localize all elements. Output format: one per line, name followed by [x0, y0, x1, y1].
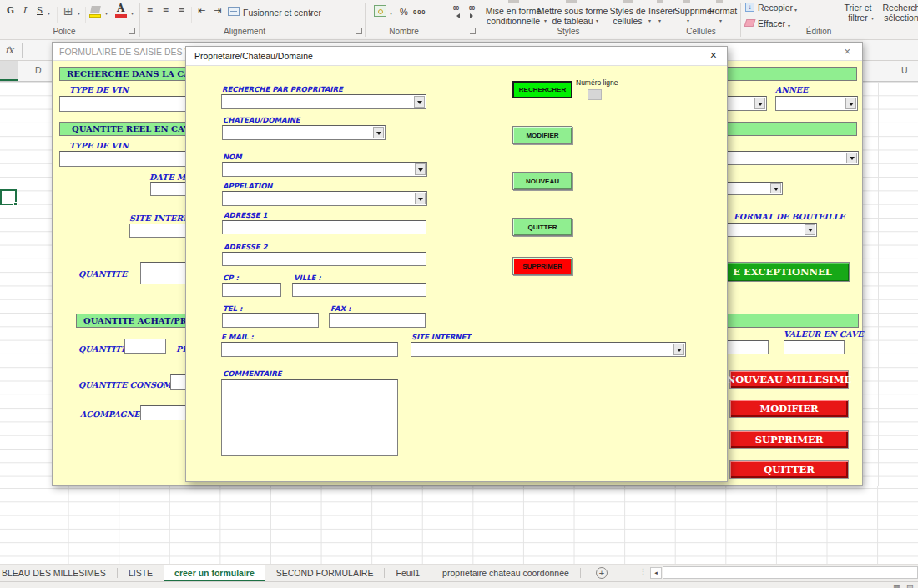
- alignement-dialog-launcher[interactable]: [356, 28, 362, 34]
- italic-button[interactable]: I: [23, 5, 26, 15]
- dialog-close-icon[interactable]: ×: [710, 50, 717, 61]
- column-d-header[interactable]: D: [35, 65, 42, 75]
- horizontal-scrollbar[interactable]: [663, 566, 918, 579]
- dialog-supprimer-button[interactable]: SUPPRIMER: [512, 257, 572, 275]
- dialog-quitter-button[interactable]: QUITTER: [512, 218, 572, 236]
- fill-color-bar[interactable]: [89, 14, 101, 18]
- dropdown-arrow-icon[interactable]: [754, 98, 765, 109]
- conditional-formatting-button[interactable]: Mise en forme conditionnelle: [486, 6, 542, 26]
- sheet-tab-millesimes[interactable]: BLEAU DES MILLESIMES: [0, 565, 117, 581]
- clear-button[interactable]: Effacer: [758, 18, 785, 28]
- fill-handle[interactable]: [13, 202, 18, 206]
- millesime-exceptionnel-button[interactable]: E EXCEPTIONNEL: [715, 262, 850, 282]
- insert-cells-button[interactable]: Insérer: [648, 6, 676, 16]
- sheet-tab-creer-formulaire[interactable]: creer un formulaire: [164, 565, 265, 581]
- decrease-decimal-button[interactable]: 00: [467, 5, 480, 18]
- dialog-nouveau-button[interactable]: NOUVEAU: [512, 172, 572, 190]
- comma-style-button[interactable]: 000: [413, 8, 426, 16]
- borders-caret-icon[interactable]: ▾: [78, 10, 80, 16]
- add-sheet-icon: +: [599, 568, 604, 578]
- chateau-domaine-combo[interactable]: [222, 125, 386, 140]
- underline-caret-icon[interactable]: ▾: [48, 10, 50, 16]
- number-format-caret-icon[interactable]: ▾: [390, 10, 392, 16]
- sheet-tab-feuil1[interactable]: Feuil1: [385, 565, 431, 581]
- sheet-tab-liste[interactable]: LISTE: [118, 565, 164, 581]
- valeur-en-cave-input[interactable]: [784, 340, 845, 354]
- find-select-button[interactable]: Recherch sélection: [883, 3, 918, 23]
- dialog-rechercher-button[interactable]: RECHERCHER: [512, 81, 572, 98]
- dropdown-arrow-icon[interactable]: [845, 98, 856, 109]
- dialog-site-internet-combo[interactable]: [411, 342, 686, 357]
- adresse2-label: ADRESSE 2: [224, 243, 268, 251]
- clear-caret-icon: ▾: [788, 23, 790, 28]
- supprimer-button[interactable]: SUPPRIMER: [729, 430, 849, 449]
- grid-right[interactable]: [863, 61, 918, 486]
- selected-header-cell[interactable]: [0, 61, 18, 81]
- commentaire-textarea[interactable]: [221, 379, 398, 456]
- ville-input[interactable]: [292, 283, 426, 297]
- cp-input[interactable]: [222, 283, 281, 297]
- align-left-button[interactable]: ≡: [147, 5, 153, 17]
- dropdown-arrow-icon[interactable]: [373, 127, 384, 138]
- dropdown-arrow-icon[interactable]: [414, 96, 425, 108]
- font-color-caret-icon[interactable]: ▾: [131, 10, 134, 16]
- add-sheet-button[interactable]: +: [596, 567, 608, 579]
- font-color-bar[interactable]: [115, 14, 127, 18]
- sort-filter-button[interactable]: Trier et filtrer: [845, 3, 872, 23]
- dropdown-arrow-icon[interactable]: [770, 183, 781, 193]
- dialog-modifier-button[interactable]: MODIFIER: [512, 126, 572, 144]
- decrease-indent-button[interactable]: ⇤: [198, 5, 205, 16]
- modifier-button[interactable]: MODIFIER: [729, 400, 849, 418]
- fax-input[interactable]: [329, 313, 426, 328]
- main-form-close-icon[interactable]: ×: [844, 46, 850, 57]
- fill-color-icon[interactable]: [90, 6, 101, 13]
- sheet-tab-proprietaire[interactable]: proprietaire chateau coordonnée: [431, 565, 580, 581]
- eraser-icon[interactable]: [744, 19, 756, 27]
- align-right-button[interactable]: ≡: [179, 5, 184, 17]
- fill-down-icon[interactable]: ↓: [745, 3, 754, 12]
- appelation-combo[interactable]: [222, 191, 427, 206]
- sheet-tab-second-formulaire[interactable]: SECOND FORMULAIRE: [265, 565, 385, 581]
- recherche-proprietaire-combo[interactable]: [221, 94, 426, 109]
- quantite2-input[interactable]: [124, 339, 166, 354]
- adresse1-input[interactable]: [222, 220, 426, 234]
- quitter-button[interactable]: QUITTER: [729, 460, 849, 479]
- increase-decimal-button[interactable]: 00: [451, 5, 464, 18]
- adresse2-input[interactable]: [222, 252, 426, 266]
- dialog-titlebar[interactable]: Proprietaire/Chateau/Domaine ×: [186, 47, 727, 66]
- dropdown-arrow-icon[interactable]: [415, 193, 426, 204]
- merge-caret-icon[interactable]: ▾: [310, 11, 312, 17]
- dropdown-arrow-icon[interactable]: [673, 344, 684, 355]
- increase-indent-button[interactable]: ⇥: [214, 5, 221, 16]
- merge-center-icon[interactable]: [228, 7, 240, 16]
- column-u-header[interactable]: U: [901, 65, 908, 75]
- email-input[interactable]: [221, 342, 398, 357]
- align-center-button[interactable]: ≡: [163, 5, 169, 17]
- bold-button[interactable]: G: [7, 5, 14, 15]
- fill-caret-icon[interactable]: ▾: [105, 10, 108, 16]
- number-format-icon[interactable]: [374, 5, 386, 17]
- font-color-button[interactable]: A: [117, 3, 124, 14]
- quitter-label: QUITTER: [764, 464, 814, 475]
- fill-button[interactable]: Recopier: [758, 3, 793, 13]
- grid-left[interactable]: [0, 61, 52, 486]
- normal-view-icon[interactable]: ▦: [893, 583, 900, 588]
- tab-scroll-left-button[interactable]: ◂: [650, 567, 662, 579]
- dropdown-arrow-icon[interactable]: [846, 153, 857, 163]
- nombre-dialog-launcher[interactable]: [470, 28, 476, 34]
- page-layout-view-icon[interactable]: ▤: [906, 583, 914, 588]
- cell-styles-button[interactable]: Styles de cellules: [609, 6, 645, 26]
- format-cells-button[interactable]: Format: [709, 6, 737, 16]
- annee-combo[interactable]: [775, 96, 858, 111]
- borders-button[interactable]: ⊞: [63, 4, 73, 18]
- dropdown-arrow-icon[interactable]: [805, 224, 815, 235]
- nouveau-millesime-button[interactable]: NOUVEAU MILLESIME: [729, 370, 849, 389]
- underline-button[interactable]: S: [37, 5, 43, 15]
- nom-combo[interactable]: [222, 162, 427, 177]
- police-dialog-launcher[interactable]: [129, 28, 135, 34]
- active-cell[interactable]: [0, 189, 17, 205]
- tel-input[interactable]: [222, 313, 319, 328]
- grid-bottom[interactable]: [0, 486, 918, 564]
- percent-style-button[interactable]: %: [400, 7, 408, 17]
- dropdown-arrow-icon[interactable]: [415, 163, 426, 175]
